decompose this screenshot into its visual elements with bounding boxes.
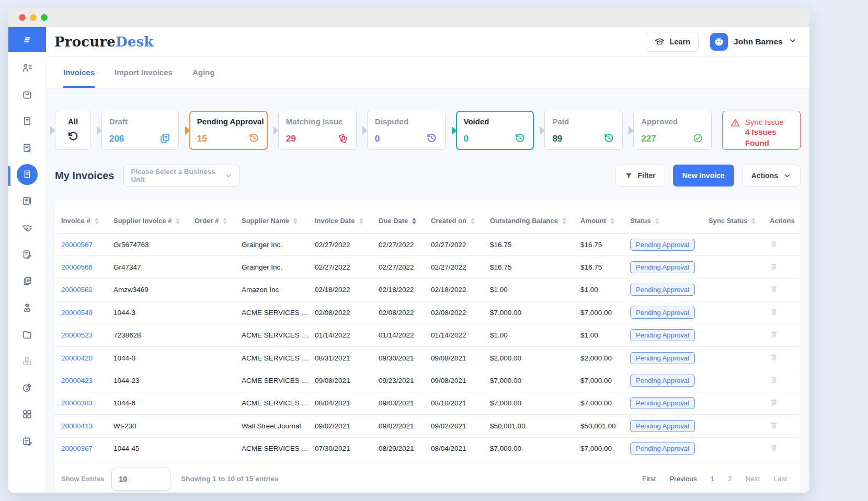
- receipts-icon[interactable]: [21, 115, 33, 127]
- invoice-number-link[interactable]: 20000383: [61, 399, 93, 407]
- sort-icon[interactable]: [412, 218, 416, 224]
- delete-icon[interactable]: [770, 330, 778, 339]
- column-header-invoice-date[interactable]: Invoice Date: [315, 217, 379, 225]
- sort-icon[interactable]: [176, 218, 180, 224]
- clipboard-pen-icon[interactable]: [21, 195, 33, 207]
- column-header-amount[interactable]: Amount: [580, 217, 630, 225]
- pagination-1[interactable]: 1: [711, 475, 715, 483]
- tab-import-invoices[interactable]: Import Invoices: [115, 57, 173, 88]
- apps-grid-icon[interactable]: [21, 409, 33, 420]
- delete-icon[interactable]: [770, 285, 778, 293]
- status-card-matching-issue[interactable]: Matching Issue 29: [278, 111, 357, 150]
- history-clock-icon: [514, 132, 526, 144]
- pagination-first[interactable]: First: [642, 475, 656, 483]
- delete-icon[interactable]: [770, 421, 778, 429]
- vendor-icon[interactable]: [21, 302, 33, 313]
- status-card-draft[interactable]: Draft 206: [101, 111, 179, 150]
- actions-button[interactable]: Actions: [742, 165, 801, 187]
- sort-icon[interactable]: [359, 218, 363, 224]
- cell-supplier-invoice: Gr5674763: [113, 241, 195, 249]
- invoice-number-link[interactable]: 20000420: [61, 354, 93, 362]
- invoice-number-link[interactable]: 20000549: [61, 309, 93, 317]
- new-invoice-button[interactable]: New Invoice: [673, 165, 734, 187]
- sort-icon[interactable]: [471, 218, 475, 224]
- entries-count-input[interactable]: [111, 468, 170, 491]
- cell-outstanding-balance: $7,000.00: [490, 309, 580, 317]
- cell-amount: $1.00: [580, 286, 630, 294]
- delete-icon[interactable]: [770, 353, 778, 362]
- invoice-number-link[interactable]: 20000523: [61, 331, 93, 339]
- pages-icon[interactable]: [21, 275, 33, 287]
- table-row: 20000420 1044-0 ACME SERVICES LLC 08/31/…: [55, 347, 801, 369]
- cell-supplier-invoice: Gr47347: [113, 263, 195, 271]
- delete-icon[interactable]: [770, 262, 778, 271]
- documents-issue-icon: [337, 132, 349, 144]
- sort-icon[interactable]: [562, 218, 566, 224]
- column-header-supplier-invoice[interactable]: Supplier Invoice #: [113, 217, 195, 225]
- users-icon[interactable]: [21, 62, 33, 74]
- filter-button[interactable]: Filter: [615, 165, 665, 187]
- shopping-bag-icon[interactable]: [21, 89, 33, 100]
- pagination-next[interactable]: Next: [746, 475, 760, 483]
- delete-icon[interactable]: [770, 240, 778, 248]
- column-header-invoice[interactable]: Invoice #: [61, 217, 113, 225]
- card-notch: [540, 126, 549, 135]
- sort-icon[interactable]: [610, 218, 614, 224]
- pagination-2[interactable]: 2: [728, 475, 732, 483]
- status-card-all[interactable]: All: [55, 111, 91, 150]
- zoom-button[interactable]: [41, 14, 48, 21]
- status-card-disputed[interactable]: Disputed 0: [367, 111, 446, 150]
- status-card-approved[interactable]: Approved 227: [633, 111, 712, 150]
- column-header-status[interactable]: Status: [630, 217, 709, 225]
- user-menu[interactable]: John Barnes: [710, 33, 797, 51]
- invoice-number-link[interactable]: 20000413: [61, 422, 93, 430]
- budget-pie-icon[interactable]: $: [21, 382, 33, 393]
- column-header-supplier-name[interactable]: Supplier Name: [242, 217, 315, 225]
- sort-icon[interactable]: [655, 218, 659, 224]
- delete-icon[interactable]: [770, 376, 778, 384]
- business-unit-select[interactable]: Please Select a Business Unit: [123, 165, 239, 187]
- handshake-icon[interactable]: [21, 222, 33, 234]
- invoice-number-link[interactable]: 20000562: [61, 286, 93, 294]
- pagination-last[interactable]: Last: [773, 475, 787, 483]
- minimize-button[interactable]: [30, 14, 37, 21]
- column-header-outstanding-balance[interactable]: Outstanding Balance: [490, 217, 580, 225]
- pagination-previous[interactable]: Previous: [669, 475, 697, 483]
- folder-icon[interactable]: [21, 329, 33, 340]
- status-card-voided[interactable]: Voided 0: [456, 111, 534, 150]
- column-header-order[interactable]: Order #: [195, 217, 242, 225]
- status-card-pending-approval[interactable]: Pending Approval 15: [189, 111, 268, 150]
- sort-icon[interactable]: [95, 218, 99, 224]
- status-card-sync-issue[interactable]: Sync Issue 4 Issues Found: [722, 111, 801, 150]
- status-card-paid[interactable]: Paid 89: [544, 111, 623, 150]
- cell-due-date: 09/03/2021: [379, 399, 431, 407]
- document-check-icon[interactable]: [21, 142, 33, 154]
- cell-outstanding-balance: $2,000.00: [490, 354, 580, 362]
- invoice-number-link[interactable]: 20000566: [61, 263, 93, 271]
- invoice-number-link[interactable]: 20000367: [61, 445, 93, 452]
- invoice-number-link[interactable]: 20000423: [61, 377, 93, 385]
- column-header-actions[interactable]: Actions: [770, 217, 803, 225]
- column-header-created-on[interactable]: Created on: [431, 217, 490, 225]
- delete-icon[interactable]: [770, 308, 778, 316]
- delete-icon[interactable]: [770, 398, 778, 406]
- close-button[interactable]: [19, 14, 26, 21]
- showing-entries-text: Showing 1 to 10 of 15 entries: [181, 475, 278, 483]
- sort-icon[interactable]: [293, 218, 298, 224]
- status-badge: Pending Approval: [630, 261, 695, 273]
- delete-icon[interactable]: [770, 444, 778, 452]
- invoice-number-link[interactable]: 20000567: [61, 241, 93, 249]
- invoices-icon[interactable]: [17, 164, 38, 185]
- column-header-due-date[interactable]: Due Date: [379, 217, 431, 225]
- document-edit-icon[interactable]: [21, 249, 33, 260]
- calendar-tasks-icon[interactable]: [21, 435, 33, 447]
- tab-aging[interactable]: Aging: [192, 57, 215, 88]
- tab-invoices[interactable]: Invoices: [63, 57, 95, 88]
- learn-button[interactable]: Learn: [646, 32, 699, 52]
- avatar: [710, 33, 728, 51]
- sidebar-logo[interactable]: [8, 27, 46, 52]
- column-header-sync-status[interactable]: Sync Status: [709, 217, 770, 225]
- sort-icon[interactable]: [751, 218, 756, 224]
- sort-icon[interactable]: [223, 218, 227, 224]
- inventory-boxes-icon[interactable]: [21, 355, 33, 367]
